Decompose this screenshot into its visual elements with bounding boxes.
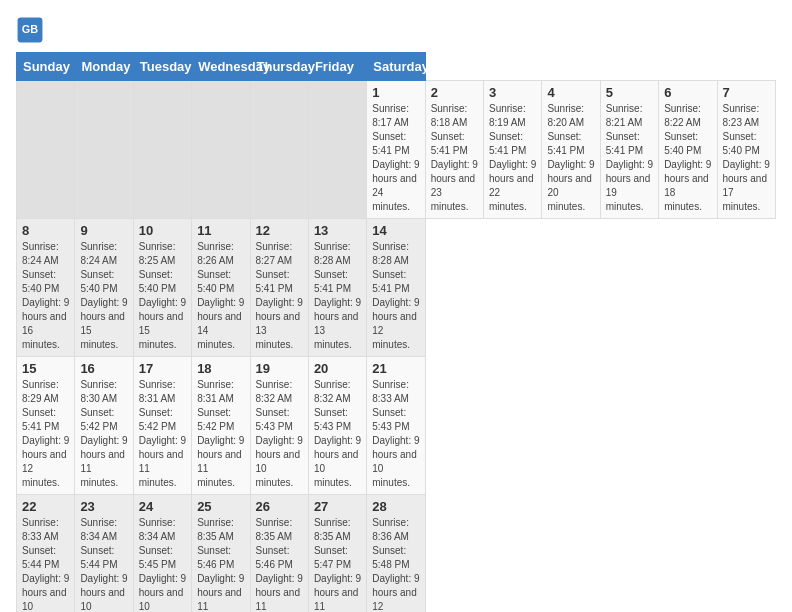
calendar-row: 1Sunrise: 8:17 AMSunset: 5:41 PMDaylight… (17, 81, 776, 219)
calendar-row: 15Sunrise: 8:29 AMSunset: 5:41 PMDayligh… (17, 357, 776, 495)
day-info: Sunrise: 8:32 AMSunset: 5:43 PMDaylight:… (314, 379, 361, 488)
day-info: Sunrise: 8:35 AMSunset: 5:46 PMDaylight:… (197, 517, 244, 612)
day-number: 14 (372, 223, 419, 238)
table-row: 18Sunrise: 8:31 AMSunset: 5:42 PMDayligh… (192, 357, 250, 495)
table-row: 24Sunrise: 8:34 AMSunset: 5:45 PMDayligh… (133, 495, 191, 613)
day-info: Sunrise: 8:21 AMSunset: 5:41 PMDaylight:… (606, 103, 653, 212)
day-number: 28 (372, 499, 419, 514)
day-info: Sunrise: 8:23 AMSunset: 5:40 PMDaylight:… (723, 103, 770, 212)
day-number: 17 (139, 361, 186, 376)
calendar-row: 8Sunrise: 8:24 AMSunset: 5:40 PMDaylight… (17, 219, 776, 357)
day-info: Sunrise: 8:36 AMSunset: 5:48 PMDaylight:… (372, 517, 419, 612)
table-row: 1Sunrise: 8:17 AMSunset: 5:41 PMDaylight… (367, 81, 425, 219)
col-tuesday: Tuesday (133, 53, 191, 81)
table-row (250, 81, 308, 219)
table-row: 13Sunrise: 8:28 AMSunset: 5:41 PMDayligh… (308, 219, 366, 357)
day-info: Sunrise: 8:18 AMSunset: 5:41 PMDaylight:… (431, 103, 478, 212)
day-number: 2 (431, 85, 478, 100)
col-monday: Monday (75, 53, 133, 81)
day-number: 16 (80, 361, 127, 376)
table-row: 6Sunrise: 8:22 AMSunset: 5:40 PMDaylight… (659, 81, 717, 219)
table-row (133, 81, 191, 219)
day-number: 10 (139, 223, 186, 238)
day-number: 11 (197, 223, 244, 238)
day-number: 8 (22, 223, 69, 238)
table-row: 7Sunrise: 8:23 AMSunset: 5:40 PMDaylight… (717, 81, 776, 219)
day-info: Sunrise: 8:24 AMSunset: 5:40 PMDaylight:… (22, 241, 69, 350)
day-number: 24 (139, 499, 186, 514)
day-number: 12 (256, 223, 303, 238)
day-info: Sunrise: 8:34 AMSunset: 5:45 PMDaylight:… (139, 517, 186, 612)
table-row: 28Sunrise: 8:36 AMSunset: 5:48 PMDayligh… (367, 495, 425, 613)
day-number: 9 (80, 223, 127, 238)
day-info: Sunrise: 8:28 AMSunset: 5:41 PMDaylight:… (314, 241, 361, 350)
day-info: Sunrise: 8:25 AMSunset: 5:40 PMDaylight:… (139, 241, 186, 350)
table-row: 25Sunrise: 8:35 AMSunset: 5:46 PMDayligh… (192, 495, 250, 613)
day-info: Sunrise: 8:35 AMSunset: 5:46 PMDaylight:… (256, 517, 303, 612)
day-info: Sunrise: 8:29 AMSunset: 5:41 PMDaylight:… (22, 379, 69, 488)
table-row: 4Sunrise: 8:20 AMSunset: 5:41 PMDaylight… (542, 81, 600, 219)
table-row: 22Sunrise: 8:33 AMSunset: 5:44 PMDayligh… (17, 495, 75, 613)
logo: GB (16, 16, 48, 44)
day-number: 26 (256, 499, 303, 514)
day-number: 4 (547, 85, 594, 100)
col-saturday: Saturday (367, 53, 425, 81)
table-row (192, 81, 250, 219)
day-number: 7 (723, 85, 771, 100)
day-info: Sunrise: 8:27 AMSunset: 5:41 PMDaylight:… (256, 241, 303, 350)
day-info: Sunrise: 8:32 AMSunset: 5:43 PMDaylight:… (256, 379, 303, 488)
table-row (308, 81, 366, 219)
calendar-table: Sunday Monday Tuesday Wednesday Thursday… (16, 52, 776, 612)
day-number: 1 (372, 85, 419, 100)
day-number: 18 (197, 361, 244, 376)
header: GB (16, 16, 776, 44)
table-row: 17Sunrise: 8:31 AMSunset: 5:42 PMDayligh… (133, 357, 191, 495)
table-row: 15Sunrise: 8:29 AMSunset: 5:41 PMDayligh… (17, 357, 75, 495)
day-number: 25 (197, 499, 244, 514)
table-row: 9Sunrise: 8:24 AMSunset: 5:40 PMDaylight… (75, 219, 133, 357)
table-row: 26Sunrise: 8:35 AMSunset: 5:46 PMDayligh… (250, 495, 308, 613)
table-row: 23Sunrise: 8:34 AMSunset: 5:44 PMDayligh… (75, 495, 133, 613)
table-row (17, 81, 75, 219)
day-number: 6 (664, 85, 711, 100)
day-info: Sunrise: 8:22 AMSunset: 5:40 PMDaylight:… (664, 103, 711, 212)
table-row: 5Sunrise: 8:21 AMSunset: 5:41 PMDaylight… (600, 81, 658, 219)
table-row: 20Sunrise: 8:32 AMSunset: 5:43 PMDayligh… (308, 357, 366, 495)
day-number: 23 (80, 499, 127, 514)
svg-text:GB: GB (22, 23, 38, 35)
col-friday: Friday (308, 53, 366, 81)
day-info: Sunrise: 8:35 AMSunset: 5:47 PMDaylight:… (314, 517, 361, 612)
table-row: 16Sunrise: 8:30 AMSunset: 5:42 PMDayligh… (75, 357, 133, 495)
day-number: 27 (314, 499, 361, 514)
day-info: Sunrise: 8:24 AMSunset: 5:40 PMDaylight:… (80, 241, 127, 350)
col-sunday: Sunday (17, 53, 75, 81)
table-row: 8Sunrise: 8:24 AMSunset: 5:40 PMDaylight… (17, 219, 75, 357)
table-row: 3Sunrise: 8:19 AMSunset: 5:41 PMDaylight… (484, 81, 542, 219)
day-info: Sunrise: 8:20 AMSunset: 5:41 PMDaylight:… (547, 103, 594, 212)
day-number: 15 (22, 361, 69, 376)
day-number: 5 (606, 85, 653, 100)
col-thursday: Thursday (250, 53, 308, 81)
table-row: 27Sunrise: 8:35 AMSunset: 5:47 PMDayligh… (308, 495, 366, 613)
table-row (75, 81, 133, 219)
table-row: 11Sunrise: 8:26 AMSunset: 5:40 PMDayligh… (192, 219, 250, 357)
day-info: Sunrise: 8:31 AMSunset: 5:42 PMDaylight:… (139, 379, 186, 488)
day-info: Sunrise: 8:34 AMSunset: 5:44 PMDaylight:… (80, 517, 127, 612)
table-row: 21Sunrise: 8:33 AMSunset: 5:43 PMDayligh… (367, 357, 425, 495)
col-wednesday: Wednesday (192, 53, 250, 81)
day-number: 13 (314, 223, 361, 238)
calendar-row: 22Sunrise: 8:33 AMSunset: 5:44 PMDayligh… (17, 495, 776, 613)
table-row: 12Sunrise: 8:27 AMSunset: 5:41 PMDayligh… (250, 219, 308, 357)
table-row: 14Sunrise: 8:28 AMSunset: 5:41 PMDayligh… (367, 219, 425, 357)
day-info: Sunrise: 8:31 AMSunset: 5:42 PMDaylight:… (197, 379, 244, 488)
day-info: Sunrise: 8:17 AMSunset: 5:41 PMDaylight:… (372, 103, 419, 212)
day-info: Sunrise: 8:26 AMSunset: 5:40 PMDaylight:… (197, 241, 244, 350)
table-row: 2Sunrise: 8:18 AMSunset: 5:41 PMDaylight… (425, 81, 483, 219)
day-number: 3 (489, 85, 536, 100)
day-number: 22 (22, 499, 69, 514)
day-number: 19 (256, 361, 303, 376)
day-info: Sunrise: 8:33 AMSunset: 5:44 PMDaylight:… (22, 517, 69, 612)
day-info: Sunrise: 8:28 AMSunset: 5:41 PMDaylight:… (372, 241, 419, 350)
header-row: Sunday Monday Tuesday Wednesday Thursday… (17, 53, 776, 81)
day-number: 21 (372, 361, 419, 376)
